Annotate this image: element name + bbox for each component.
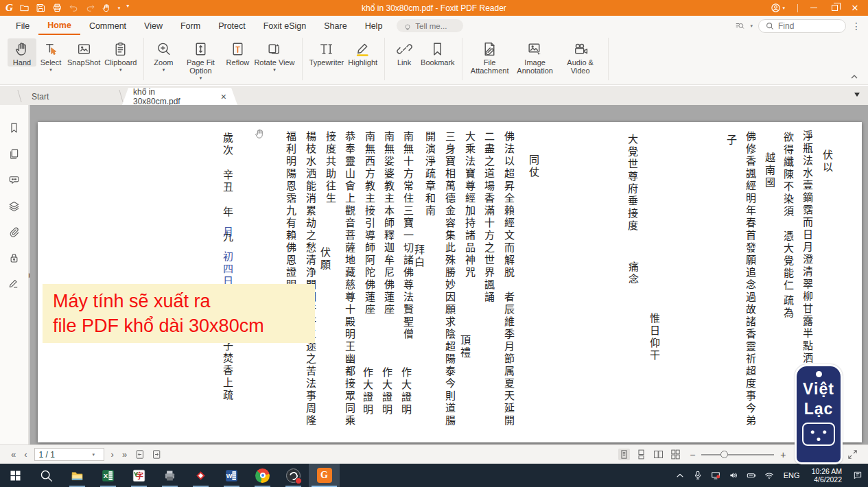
screen-record-icon[interactable] xyxy=(708,468,724,484)
reflow-button[interactable]: Reflow xyxy=(223,38,252,67)
save-icon[interactable] xyxy=(36,3,46,13)
page-fit-option-button[interactable]: Page Fit Option▾ xyxy=(178,38,223,80)
account-button[interactable]: ▾ xyxy=(771,3,785,13)
menu-home[interactable]: Home xyxy=(38,17,80,35)
dropdown-icon[interactable]: ▾ xyxy=(163,67,165,72)
obs-taskbar-button[interactable] xyxy=(278,464,309,487)
microphone-icon[interactable] xyxy=(690,468,706,484)
comments-panel-icon[interactable] xyxy=(8,174,21,187)
zoom-button[interactable]: Zoom▾ xyxy=(149,38,178,72)
pages-panel-icon[interactable] xyxy=(8,147,21,161)
menu-file[interactable]: File xyxy=(7,18,38,34)
language-indicator[interactable]: ENG xyxy=(779,471,804,479)
rotate-view-button[interactable]: Rotate View▾ xyxy=(252,38,296,72)
volume-icon[interactable] xyxy=(726,468,742,484)
undo-icon[interactable] xyxy=(69,3,79,13)
bookmark-button[interactable]: Bookmark xyxy=(419,38,457,67)
fullscreen-icon[interactable] xyxy=(847,449,858,460)
search-options-dropdown-icon[interactable]: ▾ xyxy=(750,23,753,29)
find-input[interactable] xyxy=(778,21,840,31)
word-taskbar-button[interactable]: W xyxy=(216,464,247,487)
print-icon[interactable] xyxy=(52,3,62,13)
menu-view[interactable]: View xyxy=(135,18,172,34)
zoom-slider-knob[interactable] xyxy=(720,451,728,458)
layers-panel-icon[interactable] xyxy=(8,200,21,213)
restore-button[interactable] xyxy=(825,1,843,15)
start-taskbar-button[interactable] xyxy=(0,464,31,487)
page-number-box[interactable]: ▾ xyxy=(34,448,104,461)
continuous-view-icon[interactable] xyxy=(635,449,647,460)
menu-protect[interactable]: Protect xyxy=(209,18,255,34)
snapshot-button[interactable]: SnapShot xyxy=(65,38,102,67)
open-folder-icon[interactable] xyxy=(19,3,30,13)
next-view-icon[interactable] xyxy=(151,449,163,460)
pdf-page[interactable]: 伏以淨瓶法水壹鏑霑而日月澄清翠柳甘露半點洒而冥欲得纖陳不染須 憑大覺能仁疏為越南… xyxy=(38,122,862,442)
zoom-slider[interactable]: − + xyxy=(688,449,787,460)
customize-toolbar-icon[interactable]: ▾ xyxy=(126,3,129,13)
taskbar-clock[interactable]: 10:26 AM 4/6/2022 xyxy=(806,467,847,484)
first-page-button[interactable]: « xyxy=(7,449,20,460)
zoom-out-icon[interactable]: − xyxy=(688,449,696,460)
dropdown-icon[interactable]: ▾ xyxy=(273,67,276,72)
hand-tool-dropdown-icon[interactable]: ▾ xyxy=(118,5,121,11)
zoom-in-icon[interactable]: + xyxy=(779,449,787,460)
file-attachment-button[interactable]: File Attachment xyxy=(467,38,513,75)
redo-icon[interactable] xyxy=(85,3,95,13)
excel-taskbar-button[interactable]: X xyxy=(93,464,124,487)
battery-icon[interactable] xyxy=(744,468,760,484)
previous-view-icon[interactable] xyxy=(134,449,145,460)
menu-share[interactable]: Share xyxy=(315,18,355,34)
previous-page-button[interactable]: ‹ xyxy=(20,449,31,460)
chevron-up-icon[interactable] xyxy=(672,468,688,484)
search-taskbar-button[interactable] xyxy=(31,464,62,487)
tellme-search[interactable] xyxy=(397,19,463,32)
signature-panel-icon[interactable] xyxy=(8,278,21,291)
document-area[interactable]: 伏以淨瓶法水壹鏑霑而日月澄清翠柳甘露半點洒而冥欲得纖陳不染須 憑大覺能仁疏為越南… xyxy=(30,105,868,444)
fax-printer-taskbar-button[interactable] xyxy=(154,464,185,487)
zoom-slider-track[interactable] xyxy=(701,454,774,455)
clipboard-button[interactable]: Clipboard▾ xyxy=(102,38,139,72)
dropdown-icon[interactable]: ▾ xyxy=(200,75,202,80)
more-options-icon[interactable]: ⋮ xyxy=(852,21,861,32)
action-center-button[interactable] xyxy=(849,468,865,484)
wifi-icon[interactable] xyxy=(762,468,777,484)
foxit-taskbar-button[interactable]: G xyxy=(309,464,340,487)
tab-kh-in-30x80cm-pdf[interactable]: khổ in 30x80cm.pdf× xyxy=(122,88,237,105)
chrome-taskbar-button[interactable] xyxy=(247,464,278,487)
menu-foxit-esign[interactable]: Foxit eSign xyxy=(255,18,316,34)
collapse-ribbon-icon[interactable] xyxy=(850,70,858,75)
tab-start[interactable]: Start xyxy=(21,88,122,105)
close-button[interactable]: × xyxy=(846,1,864,15)
next-page-button[interactable]: › xyxy=(107,449,118,460)
dropdown-icon[interactable]: ▾ xyxy=(49,67,52,72)
menu-help[interactable]: Help xyxy=(356,18,392,34)
han-viet-taskbar-button[interactable]: 字 xyxy=(124,464,154,487)
menu-form[interactable]: Form xyxy=(172,18,209,34)
find-bar[interactable] xyxy=(758,19,846,33)
single-page-view-icon[interactable] xyxy=(618,449,630,460)
file-explorer-taskbar-button[interactable] xyxy=(62,464,93,487)
menu-comment[interactable]: Comment xyxy=(80,18,135,34)
bookmarks-panel-icon[interactable] xyxy=(8,121,21,134)
image-annotation-button[interactable]: Image Annotation xyxy=(513,38,558,75)
page-number-input[interactable] xyxy=(39,450,93,460)
tab-list-dropdown-icon[interactable] xyxy=(854,93,860,97)
minimize-button[interactable] xyxy=(805,1,823,15)
typewriter-button[interactable]: Typewriter xyxy=(307,38,347,67)
hand-button[interactable]: Hand xyxy=(8,38,36,67)
link-button[interactable]: Link xyxy=(390,38,419,67)
audio-video-button[interactable]: Audio & Video xyxy=(558,38,603,75)
highlight-button[interactable]: Highlight xyxy=(346,38,379,67)
dropdown-icon[interactable]: ▾ xyxy=(119,67,122,72)
tab-close-icon[interactable]: × xyxy=(221,91,226,102)
search-options-icon[interactable] xyxy=(735,21,744,31)
tellme-input[interactable] xyxy=(415,22,456,30)
attachments-panel-icon[interactable] xyxy=(8,226,21,239)
last-page-button[interactable]: » xyxy=(118,449,131,460)
red-diamond-app-taskbar-button[interactable] xyxy=(185,464,216,487)
page-number-dropdown-icon[interactable]: ▾ xyxy=(93,452,95,458)
continuous-facing-view-icon[interactable] xyxy=(670,449,681,460)
hand-tool-icon[interactable] xyxy=(102,3,112,13)
select-button[interactable]: Select▾ xyxy=(36,38,65,72)
security-panel-icon[interactable] xyxy=(8,252,21,265)
